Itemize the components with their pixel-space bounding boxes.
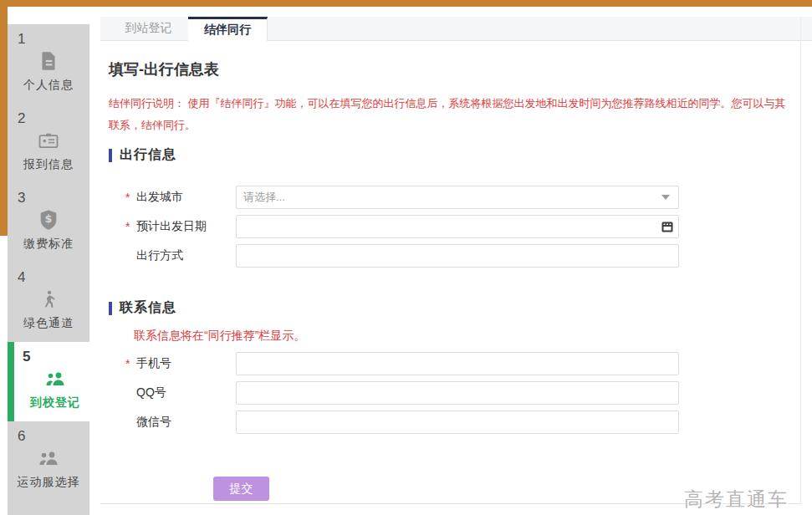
departure-city-label: 出发城市 [136, 190, 183, 205]
steps-sidebar: 1 个人信息 2 报到信息 3 $ 缴费标准 4 绿色通道 5 到校登记 6 [8, 24, 89, 515]
section-bar-icon [109, 302, 112, 315]
sidebar-item-label: 运动服选择 [8, 475, 89, 490]
step-number: 5 [23, 349, 96, 365]
step-number: 4 [18, 269, 89, 286]
tab-station-registration[interactable]: 到站登记 [109, 17, 188, 40]
sidebar-item-label: 绿色通道 [8, 316, 89, 331]
submit-button[interactable]: 提交 [213, 477, 269, 501]
chevron-down-icon [661, 195, 670, 200]
page-title: 填写-出行信息表 [109, 59, 792, 79]
travel-mode-input[interactable] [236, 244, 679, 268]
svg-text:$: $ [45, 212, 53, 225]
departure-city-select[interactable]: 请选择... [236, 186, 679, 209]
section-contact-info: 联系信息 [109, 299, 792, 317]
section-bar-icon [109, 149, 112, 162]
form-row-departure-date: * 预计出发日期 [109, 215, 792, 238]
shield-dollar-icon: $ [8, 207, 89, 233]
required-asterisk: * [125, 357, 132, 370]
section-title: 联系信息 [120, 299, 176, 317]
sidebar-item-sportswear-selection[interactable]: 6 运动服选择 [8, 421, 89, 501]
people-icon [14, 365, 96, 392]
sidebar-item-personal-info[interactable]: 1 个人信息 [8, 24, 89, 104]
section-travel-info: 出行信息 [109, 146, 792, 164]
field-label: 出行方式 [109, 248, 236, 263]
travel-info-form: * 出发城市 请选择... * 预计出发日期 [109, 186, 792, 268]
sidebar-item-payment-standard[interactable]: 3 $ 缴费标准 [8, 183, 89, 263]
travel-mode-label: 出行方式 [136, 248, 183, 263]
window-top-border [0, 0, 812, 7]
field-label: * 出发城市 [109, 190, 236, 205]
wechat-input[interactable] [236, 410, 679, 434]
watermark-text: 高考直通车 [684, 487, 789, 512]
sidebar-item-label: 个人信息 [8, 78, 89, 93]
select-placeholder: 请选择... [243, 190, 661, 205]
document-icon [8, 48, 89, 74]
form-row-travel-mode: 出行方式 [109, 244, 792, 268]
phone-label: 手机号 [136, 356, 171, 371]
phone-input[interactable] [236, 352, 679, 375]
required-asterisk: * [125, 191, 132, 204]
required-asterisk: * [125, 220, 132, 233]
id-card-icon [8, 127, 89, 154]
sidebar-item-label: 缴费标准 [8, 237, 89, 252]
tab-bar: 到站登记 结伴同行 [100, 17, 800, 41]
form-row-departure-city: * 出发城市 请选择... [109, 186, 792, 209]
pedestrian-icon [8, 286, 89, 313]
section-title: 出行信息 [120, 146, 176, 164]
form-row-phone: * 手机号 [109, 352, 792, 375]
departure-date-input[interactable] [236, 215, 679, 238]
sidebar-item-label: 到校登记 [14, 395, 96, 410]
step-number: 1 [18, 31, 89, 48]
people-icon [8, 445, 89, 472]
step-number: 3 [18, 190, 89, 207]
field-label: * 预计出发日期 [109, 219, 236, 234]
qq-input[interactable] [236, 381, 679, 405]
tab-travel-together[interactable]: 结伴同行 [188, 17, 268, 41]
sidebar-item-green-channel[interactable]: 4 绿色通道 [8, 263, 89, 342]
field-label: 微信号 [109, 415, 236, 430]
field-label: * 手机号 [109, 356, 236, 371]
sidebar-item-registration-info[interactable]: 2 报到信息 [8, 104, 89, 183]
calendar-icon[interactable] [661, 220, 674, 233]
step-number: 2 [18, 110, 89, 127]
contact-info-note: 联系信息将在“同行推荐”栏显示。 [134, 329, 792, 344]
main-panel: 到站登记 结伴同行 填写-出行信息表 结伴同行说明： 使用『结伴同行』功能，可以… [100, 17, 801, 504]
sidebar-item-label: 报到信息 [8, 157, 89, 172]
departure-date-label: 预计出发日期 [136, 219, 207, 234]
contact-info-form: * 手机号 QQ号 微信号 [109, 352, 792, 434]
travel-together-description: 结伴同行说明： 使用『结伴同行』功能，可以在填写您的出行信息后，系统将根据您出发… [109, 93, 793, 136]
field-label: QQ号 [109, 385, 236, 400]
sidebar-item-arrival-registration[interactable]: 5 到校登记 [8, 342, 96, 421]
window-left-border [0, 0, 8, 236]
form-row-wechat: 微信号 [109, 410, 792, 434]
qq-label: QQ号 [136, 385, 166, 400]
step-number: 6 [18, 428, 89, 445]
wechat-label: 微信号 [136, 415, 171, 430]
form-content: 填写-出行信息表 结伴同行说明： 使用『结伴同行』功能，可以在填写您的出行信息后… [100, 59, 800, 515]
form-row-qq: QQ号 [109, 381, 792, 405]
